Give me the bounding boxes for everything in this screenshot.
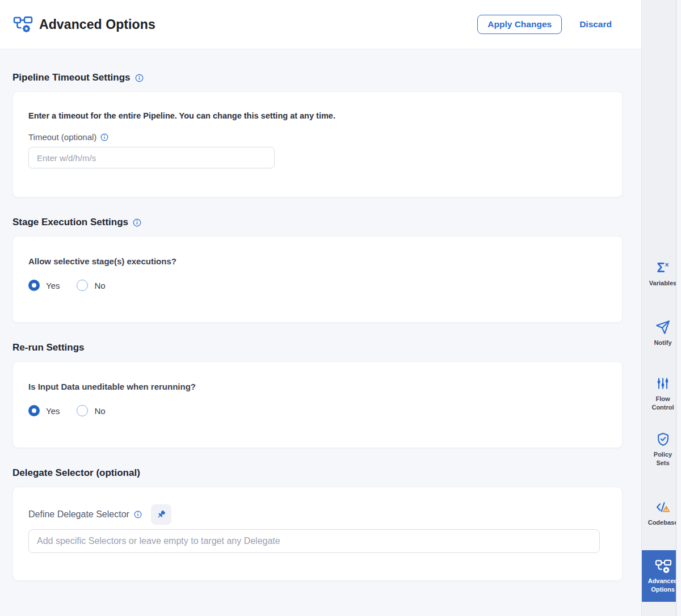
advanced-options-content: Pipeline Timeout Settings Enter a timeou…	[0, 49, 641, 581]
stage-execution-section-heading: Stage Execution Settings	[12, 197, 623, 228]
panel-edge-strip	[676, 0, 681, 616]
radio-unchecked-icon[interactable]	[77, 280, 88, 291]
advanced-options-icon	[12, 15, 33, 33]
stage-execution-radio-group: Yes No	[28, 280, 607, 291]
stage-execution-no-radio[interactable]: No	[77, 280, 105, 291]
page-title: Advanced Options	[39, 17, 155, 32]
sidebar-item-label: Variables	[649, 279, 676, 288]
sidebar-item-codebase[interactable]: Codebase	[642, 499, 681, 527]
rerun-yes-radio[interactable]: Yes	[28, 405, 60, 416]
stage-execution-question: Allow selective stage(s) executions?	[28, 256, 607, 266]
radio-label: Yes	[46, 406, 60, 416]
timeout-card: Enter a timeout for the entire Pipeline.…	[12, 91, 623, 197]
variables-icon: Σ×	[657, 260, 669, 276]
delegate-section-heading: Delegate Selector (optional)	[12, 448, 623, 479]
rerun-question: Is Input Data uneditable when rerunning?	[28, 382, 607, 391]
timeout-section-heading: Pipeline Timeout Settings	[12, 49, 623, 83]
stage-execution-heading-text: Stage Execution Settings	[12, 217, 128, 228]
radio-unchecked-icon[interactable]	[77, 405, 88, 416]
pin-button[interactable]	[151, 504, 171, 525]
radio-label: No	[94, 406, 105, 416]
sidebar-item-flow-control[interactable]: Flow Control	[642, 375, 681, 412]
sidebar-item-label: Flow Control	[651, 395, 674, 412]
radio-label: Yes	[46, 281, 60, 290]
delegate-card: Define Delegate Selector	[12, 487, 623, 581]
radio-checked-icon[interactable]	[28, 280, 40, 291]
apply-changes-button[interactable]: Apply Changes	[477, 15, 562, 34]
sidebar-item-advanced-options-active[interactable]: Advanced Options	[642, 550, 681, 602]
timeout-input[interactable]	[28, 147, 275, 168]
stage-execution-card: Allow selective stage(s) executions? Yes…	[12, 236, 623, 323]
delegate-heading-text: Delegate Selector (optional)	[12, 467, 140, 479]
timeout-label-row: Timeout (optional)	[28, 132, 607, 142]
sidebar-item-label: Policy Sets	[654, 450, 672, 467]
info-icon[interactable]	[134, 510, 142, 518]
rerun-radio-group: Yes No	[28, 405, 607, 416]
sidebar-item-notify[interactable]: Notify	[642, 319, 681, 347]
right-nav-sidebar: Σ× Variables Notify Flow Control	[641, 0, 681, 616]
rerun-heading-text: Re-run Settings	[12, 342, 85, 353]
rerun-no-radio[interactable]: No	[77, 405, 105, 416]
info-icon[interactable]	[135, 74, 144, 82]
flow-control-icon	[656, 375, 670, 391]
discard-button[interactable]: Discard	[579, 19, 612, 29]
stage-execution-yes-radio[interactable]: Yes	[28, 280, 60, 291]
info-icon[interactable]	[133, 218, 141, 227]
panel-header: Advanced Options Apply Changes Discard	[0, 0, 641, 49]
pin-icon	[155, 509, 167, 520]
sidebar-item-label: Advanced Options	[648, 577, 678, 594]
delegate-selector-input[interactable]	[28, 529, 600, 553]
radio-checked-icon[interactable]	[28, 405, 40, 416]
timeout-description: Enter a timeout for the entire Pipeline.…	[28, 111, 607, 120]
timeout-heading-text: Pipeline Timeout Settings	[12, 72, 131, 83]
delegate-field-label: Define Delegate Selector	[28, 509, 129, 520]
sidebar-item-label: Notify	[654, 339, 671, 347]
rerun-card: Is Input Data uneditable when rerunning?…	[12, 361, 623, 448]
timeout-field-label: Timeout (optional)	[28, 132, 96, 142]
main-pane: Advanced Options Apply Changes Discard P…	[0, 0, 641, 616]
sidebar-item-label: Codebase	[648, 518, 678, 527]
sidebar-item-policy-sets[interactable]: Policy Sets	[642, 431, 681, 467]
advanced-options-icon	[654, 558, 672, 574]
delegate-label-row: Define Delegate Selector	[28, 504, 607, 525]
policy-sets-icon	[656, 431, 670, 447]
info-icon[interactable]	[100, 133, 108, 141]
codebase-icon	[655, 499, 671, 515]
sidebar-item-variables[interactable]: Σ× Variables	[642, 260, 681, 288]
radio-label: No	[94, 281, 105, 290]
notify-icon	[655, 319, 670, 335]
rerun-section-heading: Re-run Settings	[12, 323, 623, 353]
